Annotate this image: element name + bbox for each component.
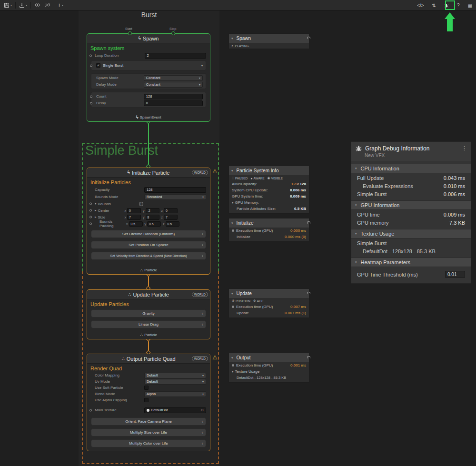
section-cpu-information[interactable]: ▾ CPU Information bbox=[351, 164, 471, 173]
chevron-left-icon[interactable]: ‹ bbox=[202, 311, 203, 316]
block-multiply-color[interactable]: Multiply Color over Life ‹ bbox=[91, 439, 206, 447]
warning-icon[interactable]: ⚠ bbox=[212, 354, 218, 361]
delay-mode-dropdown[interactable]: Constant ▾ bbox=[144, 82, 203, 88]
save-button[interactable]: ▾ bbox=[2, 1, 14, 10]
bounds-mode-dropdown[interactable]: Recorded ▾ bbox=[144, 194, 206, 200]
padding-z-field[interactable]: 0.5 bbox=[166, 221, 179, 227]
gpu-time-threshold-field[interactable]: 0.01 bbox=[445, 271, 465, 278]
section-gpu-information[interactable]: ▾ GPU Information bbox=[351, 200, 471, 210]
show-code-button[interactable]: </> bbox=[415, 1, 426, 10]
size-y-field[interactable]: 8 bbox=[146, 215, 159, 220]
input-port-dot[interactable] bbox=[89, 203, 92, 205]
initialize-node-header[interactable]: ϟ Initialize Particle WORLD bbox=[87, 168, 210, 178]
spawn-mode-dropdown[interactable]: Constant ▾ bbox=[144, 75, 203, 81]
uv-mode-dropdown[interactable]: Default ▾ bbox=[144, 379, 206, 385]
center-x-field[interactable]: 0 bbox=[127, 208, 141, 213]
chevron-left-icon[interactable]: ‹ bbox=[202, 254, 203, 258]
kebab-menu-icon[interactable]: ⋮ bbox=[462, 145, 467, 151]
system-name-label[interactable]: Update Particles bbox=[87, 299, 210, 308]
single-burst-block[interactable]: ✓ Single Burst ▾ bbox=[91, 60, 206, 70]
system-name-label[interactable]: Spawn system bbox=[87, 43, 210, 52]
warning-icon[interactable]: ⚠ bbox=[212, 168, 218, 175]
object-picker-icon[interactable]: ⊙ bbox=[200, 408, 204, 412]
system-name-label[interactable]: Initialize Particles bbox=[87, 178, 210, 186]
space-badge[interactable]: WORLD bbox=[192, 170, 208, 175]
input-port-dot[interactable] bbox=[90, 95, 92, 98]
center-y-field[interactable]: -2 bbox=[146, 208, 159, 213]
use-soft-particle-checkbox[interactable] bbox=[144, 386, 149, 390]
single-burst-checkbox[interactable]: ✓ bbox=[96, 63, 100, 68]
foldout-icon[interactable]: ▸ bbox=[95, 215, 97, 219]
overlay-initialize-header[interactable]: ▾ Initialize bbox=[229, 218, 309, 228]
input-port-dot[interactable] bbox=[90, 102, 92, 104]
output-node-header[interactable]: ∴ Output Particle Quad WORLD bbox=[87, 354, 210, 364]
delay-field[interactable]: 0 bbox=[144, 100, 203, 106]
chevron-left-icon[interactable]: ‹ bbox=[202, 419, 203, 424]
loop-duration-field[interactable]: 2 bbox=[145, 53, 206, 59]
chevron-left-icon[interactable]: ‹ bbox=[202, 430, 203, 435]
overlay-psinfo-header[interactable]: ▾ Particle System Info bbox=[229, 166, 309, 175]
system-name-label[interactable]: Render Quad bbox=[87, 364, 210, 372]
spawn-context-node[interactable]: ϟ Spawn Spawn system Loop Duration 2 ✓ S… bbox=[87, 33, 210, 122]
spawn-stop-port[interactable] bbox=[171, 31, 175, 35]
space-badge[interactable]: WORLD bbox=[192, 292, 208, 297]
blend-mode-dropdown[interactable]: Alpha ▾ bbox=[144, 391, 206, 397]
use-alpha-clipping-checkbox[interactable] bbox=[144, 398, 149, 402]
space-badge[interactable]: WORLD bbox=[192, 356, 208, 361]
section-heatmap-parameters[interactable]: ▾ Heatmap Parameters bbox=[351, 258, 471, 267]
update-node-header[interactable]: ∴ Update Particle WORLD bbox=[87, 290, 210, 299]
size-x-field[interactable]: 7 bbox=[127, 215, 141, 220]
foldout-icon[interactable]: ▾ bbox=[232, 370, 234, 374]
input-port-dot[interactable] bbox=[89, 216, 92, 218]
initialize-context-node[interactable]: ϟ Initialize Particle WORLD Initialize P… bbox=[87, 168, 210, 275]
capacity-field[interactable]: 128 bbox=[144, 187, 206, 193]
size-z-field[interactable]: 7 bbox=[164, 215, 178, 220]
main-texture-object-field[interactable]: DefaultDot ⊙ bbox=[144, 407, 206, 413]
input-port-dot[interactable] bbox=[90, 64, 92, 67]
update-context-node[interactable]: ∴ Update Particle WORLD Update Particles… bbox=[87, 289, 210, 339]
overlay-update-header[interactable]: ▾ Update bbox=[229, 289, 309, 298]
system-group-label[interactable]: Simple Burst bbox=[85, 143, 158, 158]
cpu-row: Simple Burst 0.006 ms bbox=[351, 189, 471, 198]
output-context-node[interactable]: ∴ Output Particle Quad WORLD Render Quad… bbox=[87, 354, 210, 451]
overlay-spawn-header[interactable]: ▾ Spawn bbox=[229, 34, 309, 43]
block-set-lifetime[interactable]: Set Lifetime Random (Uniform) ‹ bbox=[91, 230, 206, 238]
layout-button[interactable]: ▦ bbox=[466, 1, 474, 10]
chevron-left-icon[interactable]: ‹ bbox=[202, 232, 203, 237]
foldout-icon[interactable]: ▾ bbox=[95, 202, 97, 206]
center-z-field[interactable]: 0 bbox=[164, 208, 178, 213]
input-port-dot[interactable] bbox=[89, 223, 92, 225]
control-panel-button[interactable]: ⇅ bbox=[430, 1, 438, 10]
overlay-output-header[interactable]: ▾ Output bbox=[229, 353, 309, 362]
compile-button[interactable]: ▾ bbox=[17, 1, 29, 10]
edge-spawn-to-initialize[interactable] bbox=[148, 122, 149, 168]
input-port-dot[interactable] bbox=[89, 409, 92, 411]
block-set-velocity[interactable]: Set Velocity from Direction & Speed (New… bbox=[91, 252, 206, 260]
padding-x-field[interactable]: 0.5 bbox=[129, 221, 143, 227]
chevron-left-icon[interactable]: ‹ bbox=[202, 243, 203, 248]
section-texture-usage[interactable]: ▾ Texture Usage bbox=[351, 229, 471, 238]
foldout-icon[interactable]: ▸ bbox=[232, 44, 234, 48]
chevron-left-icon[interactable]: ‹ bbox=[202, 322, 203, 327]
foldout-icon[interactable]: ▾ bbox=[232, 201, 234, 205]
debug-panel-header[interactable]: Graph Debug Information ⋮ bbox=[351, 142, 471, 152]
block-linear-drag[interactable]: Linear Drag ‹ bbox=[91, 320, 206, 328]
padding-y-field[interactable]: 0.5 bbox=[147, 221, 161, 227]
block-multiply-size[interactable]: Multiply Size over Life ‹ bbox=[91, 428, 206, 436]
input-port-dot[interactable] bbox=[89, 54, 92, 57]
chevron-down-icon[interactable]: ▾ bbox=[201, 64, 203, 67]
spawn-start-port[interactable] bbox=[128, 31, 132, 35]
count-field[interactable]: 128 bbox=[144, 94, 203, 99]
foldout-icon[interactable]: ▸ bbox=[95, 208, 97, 212]
chevron-left-icon[interactable]: ‹ bbox=[202, 441, 203, 446]
attach-lock-button[interactable] bbox=[32, 1, 42, 10]
block-orient[interactable]: Orient: Face Camera Plane ‹ bbox=[91, 417, 206, 426]
block-gravity[interactable]: Gravity ‹ bbox=[91, 309, 206, 317]
unlink-button[interactable] bbox=[42, 1, 52, 10]
block-set-position[interactable]: Set Position On Sphere ‹ bbox=[91, 241, 206, 249]
color-mapping-dropdown[interactable]: Default ▾ bbox=[144, 373, 206, 378]
help-button[interactable]: ? bbox=[455, 1, 462, 10]
input-port-dot[interactable] bbox=[89, 209, 92, 212]
spawn-node-header[interactable]: ϟ Spawn bbox=[87, 34, 210, 43]
add-button[interactable]: + ▾ bbox=[56, 1, 65, 10]
